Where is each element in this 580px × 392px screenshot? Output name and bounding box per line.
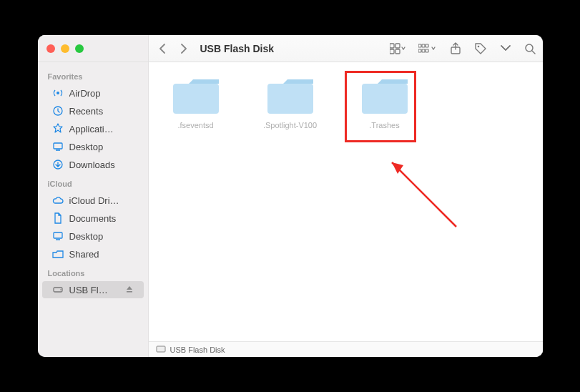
sidebar-item-label: Applicati… <box>69 124 114 134</box>
icloud-icon <box>52 195 64 206</box>
fullscreen-button[interactable] <box>75 44 84 53</box>
body: Favorites AirDrop Recents Applicati… <box>38 62 543 357</box>
pathbar[interactable]: USB Flash Disk <box>149 341 543 357</box>
applications-icon <box>52 123 64 134</box>
svg-rect-23 <box>127 291 132 293</box>
sidebar-item-recents[interactable]: Recents <box>42 102 144 119</box>
svg-rect-1 <box>395 44 400 48</box>
svg-point-14 <box>56 92 59 94</box>
svg-line-13 <box>532 51 535 54</box>
sidebar-item-applications[interactable]: Applicati… <box>42 120 144 137</box>
svg-rect-5 <box>422 44 425 47</box>
nav-arrows <box>156 42 190 55</box>
close-button[interactable] <box>46 44 55 53</box>
titlebar: USB Flash Disk <box>38 35 543 62</box>
search-button[interactable] <box>524 43 536 54</box>
disk-icon <box>52 284 64 295</box>
eject-icon[interactable] <box>125 285 134 295</box>
sidebar-item-label: Shared <box>69 249 99 260</box>
svg-rect-16 <box>54 143 62 149</box>
folder-icon <box>265 77 316 117</box>
svg-rect-8 <box>422 49 425 52</box>
view-mode-button[interactable] <box>390 43 405 54</box>
svg-rect-2 <box>390 49 394 54</box>
sidebar-item-label: USB Fl… <box>69 285 108 295</box>
folder-item[interactable]: .Trashes <box>352 77 418 129</box>
svg-rect-7 <box>418 49 421 52</box>
toolbar: USB Flash Disk <box>149 42 543 55</box>
svg-rect-26 <box>362 84 408 114</box>
svg-rect-29 <box>157 346 165 352</box>
window-title: USB Flash Disk <box>200 43 274 54</box>
recents-icon <box>52 105 64 117</box>
svg-rect-25 <box>267 84 313 114</box>
svg-rect-19 <box>54 232 62 238</box>
sidebar-item-airdrop[interactable]: AirDrop <box>42 84 144 102</box>
toolbar-actions <box>390 42 536 55</box>
folder-icon <box>170 77 222 117</box>
sidebar-item-downloads[interactable]: Downloads <box>42 156 144 173</box>
back-button[interactable] <box>156 42 169 55</box>
folder-grid[interactable]: .fseventsd .Spotlight-V100 <box>149 62 543 341</box>
sidebar-section-title: Locations <box>38 263 148 280</box>
titlebar-sidebar-area <box>38 35 149 62</box>
sidebar-item-usb[interactable]: USB Fl… <box>42 281 144 298</box>
folder-label: .Trashes <box>369 121 399 129</box>
content-area: .fseventsd .Spotlight-V100 <box>149 62 543 357</box>
svg-rect-4 <box>418 44 421 47</box>
sidebar-item-label: Desktop <box>69 142 104 152</box>
forward-button[interactable] <box>177 42 190 55</box>
sidebar-item-label: AirDrop <box>69 88 101 99</box>
minimize-button[interactable] <box>61 44 69 53</box>
sidebar-item-label: Desktop <box>69 231 104 242</box>
svg-rect-9 <box>426 49 428 52</box>
document-icon <box>52 212 64 224</box>
folder-label: .fseventsd <box>177 121 213 129</box>
sidebar: Favorites AirDrop Recents Applicati… <box>38 62 149 357</box>
pathbar-label: USB Flash Disk <box>170 346 225 354</box>
sidebar-section-title: Favorites <box>38 67 148 84</box>
traffic-lights <box>46 44 84 53</box>
shared-icon <box>52 248 64 260</box>
sidebar-item-icloud[interactable]: iCloud Dri… <box>42 192 144 209</box>
svg-rect-24 <box>173 84 219 114</box>
sidebar-item-label: iCloud Dri… <box>69 195 119 206</box>
group-by-button[interactable] <box>418 43 437 54</box>
downloads-icon <box>52 159 64 170</box>
folder-label: .Spotlight-V100 <box>263 121 317 129</box>
folder-item[interactable]: .fseventsd <box>163 77 229 129</box>
folder-item[interactable]: .Spotlight-V100 <box>257 77 323 129</box>
sidebar-item-desktop-icloud[interactable]: Desktop <box>42 227 144 245</box>
airdrop-icon <box>52 87 64 99</box>
sidebar-item-shared[interactable]: Shared <box>42 245 144 263</box>
sidebar-item-label: Documents <box>69 213 117 224</box>
svg-rect-3 <box>395 49 400 54</box>
folder-icon <box>359 77 411 117</box>
share-button[interactable] <box>450 42 461 55</box>
desktop-icon <box>52 141 64 152</box>
disk-icon <box>156 346 166 354</box>
sidebar-item-label: Downloads <box>69 160 115 170</box>
svg-point-22 <box>60 289 62 290</box>
finder-window: USB Flash Disk <box>38 35 543 357</box>
more-button[interactable] <box>500 44 511 53</box>
sidebar-section-title: iCloud <box>38 174 148 191</box>
svg-rect-0 <box>390 44 394 48</box>
desktop-icon <box>52 230 64 242</box>
sidebar-item-label: Recents <box>69 106 104 117</box>
svg-rect-6 <box>426 44 428 47</box>
sidebar-item-desktop[interactable]: Desktop <box>42 138 144 155</box>
svg-point-11 <box>477 45 479 47</box>
sidebar-item-documents[interactable]: Documents <box>42 210 144 227</box>
tags-button[interactable] <box>474 42 487 55</box>
